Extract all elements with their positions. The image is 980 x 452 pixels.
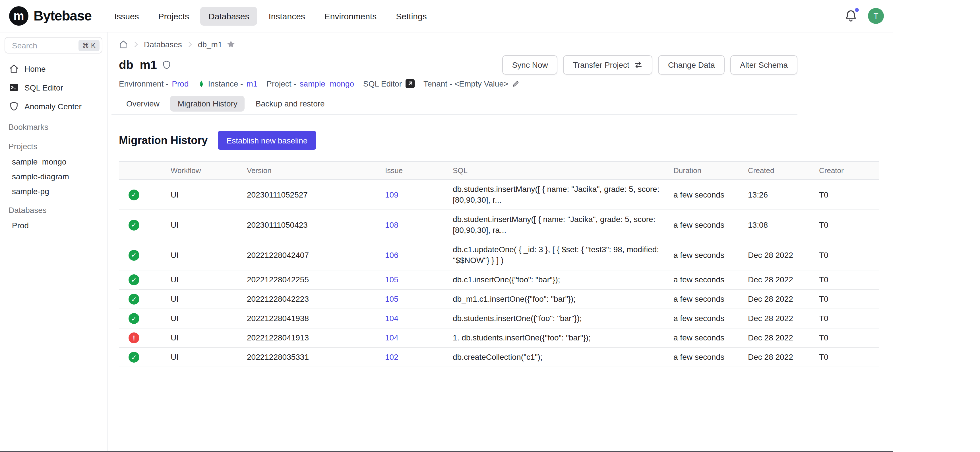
action-buttons: Sync Now Transfer Project Change Data Al… xyxy=(503,55,797,75)
creator-cell: T0 xyxy=(819,240,879,270)
issue-link[interactable]: 105 xyxy=(385,294,398,303)
table-row[interactable]: ✓ UI 20221228042223 105 db_m1.c1.insertO… xyxy=(119,289,879,309)
search-box: ⌘ K xyxy=(5,37,102,54)
success-icon: ✓ xyxy=(129,219,139,230)
creator-cell: T0 xyxy=(819,348,879,367)
version-cell: 20221228035331 xyxy=(247,348,385,367)
shield-icon xyxy=(8,101,19,111)
app-window: m Bytebase Issues Projects Databases Ins… xyxy=(0,0,893,452)
avatar-initial: T xyxy=(873,11,878,21)
table-row[interactable]: ✓ UI 20221228041938 104 db.students.inse… xyxy=(119,309,879,328)
user-avatar[interactable]: T xyxy=(868,8,884,24)
transfer-project-button[interactable]: Transfer Project xyxy=(563,55,653,75)
sql-cell: db.student.insertMany([ { name: "Jacika"… xyxy=(453,210,673,240)
table-row[interactable]: ✓ UI 20221228035331 102 db.createCollect… xyxy=(119,348,879,367)
issue-link[interactable]: 102 xyxy=(385,352,398,361)
nav-item-instances[interactable]: Instances xyxy=(261,6,313,26)
sidebar-database-prod[interactable]: Prod xyxy=(0,218,107,233)
success-icon: ✓ xyxy=(129,294,139,305)
sidebar-item-anomaly-center[interactable]: Anomaly Center xyxy=(0,97,107,115)
sql-cell: 1. db.students.insertOne({"foo": "bar"})… xyxy=(453,328,673,348)
version-cell: 20230111050423 xyxy=(247,210,385,240)
project-meta: Project - sample_mongo xyxy=(266,79,354,88)
alter-schema-button[interactable]: Alter Schema xyxy=(730,55,797,75)
issue-link[interactable]: 106 xyxy=(385,250,398,259)
created-cell: Dec 28 2022 xyxy=(748,348,819,367)
project-link[interactable]: sample_mongo xyxy=(300,79,354,88)
workflow-cell: UI xyxy=(171,270,247,289)
table-row[interactable]: ✓ UI 20230111052527 109 db.students.inse… xyxy=(119,180,879,210)
environment-link[interactable]: Prod xyxy=(172,79,189,88)
sidebar-item-home[interactable]: Home xyxy=(0,59,107,78)
creator-cell: T0 xyxy=(819,210,879,240)
table-row[interactable]: ✓ UI 20221228042407 106 db.c1.updateOne(… xyxy=(119,240,879,270)
sidebar-project-sample-mongo[interactable]: sample_mongo xyxy=(0,154,107,169)
page-title: db_m1 xyxy=(119,58,157,72)
section-title: Migration History xyxy=(119,134,208,147)
tab-bar: Overview Migration History Backup and re… xyxy=(119,96,797,112)
nav-item-databases[interactable]: Databases xyxy=(200,6,257,26)
home-icon[interactable] xyxy=(119,40,128,49)
column-header-duration: Duration xyxy=(673,161,748,180)
success-icon: ✓ xyxy=(129,250,139,260)
issue-link[interactable]: 108 xyxy=(385,220,398,229)
column-header-workflow: Workflow xyxy=(171,161,247,180)
success-icon: ✓ xyxy=(129,189,139,200)
nav-item-issues[interactable]: Issues xyxy=(107,6,147,26)
search-input[interactable] xyxy=(11,40,76,50)
issue-link[interactable]: 104 xyxy=(385,333,398,342)
breadcrumb-databases[interactable]: Databases xyxy=(144,40,182,49)
environment-meta: Environment - Prod xyxy=(119,79,189,88)
top-nav: m Bytebase Issues Projects Databases Ins… xyxy=(0,0,893,32)
table-row[interactable]: ✓ UI 20221228042255 105 db.c1.insertOne(… xyxy=(119,270,879,289)
topbar-right: T xyxy=(844,8,884,24)
column-header-sql: SQL xyxy=(453,161,673,180)
version-cell: 20230111052527 xyxy=(247,180,385,210)
issue-link[interactable]: 105 xyxy=(385,275,398,284)
instance-link[interactable]: m1 xyxy=(246,79,258,88)
notification-bell[interactable] xyxy=(844,9,858,23)
created-cell: Dec 28 2022 xyxy=(748,328,819,348)
version-cell: 20221228042223 xyxy=(247,289,385,309)
tab-migration-history[interactable]: Migration History xyxy=(170,96,245,112)
creator-cell: T0 xyxy=(819,289,879,309)
sidebar-section-bookmarks: Bookmarks xyxy=(0,118,107,135)
edit-pencil-icon[interactable] xyxy=(512,80,520,88)
issue-link[interactable]: 109 xyxy=(385,190,398,199)
creator-cell: T0 xyxy=(819,328,879,348)
creator-cell: T0 xyxy=(819,309,879,328)
migration-table-body: ✓ UI 20230111052527 109 db.students.inse… xyxy=(119,180,879,367)
nav-item-environments[interactable]: Environments xyxy=(317,6,385,26)
duration-cell: a few seconds xyxy=(673,289,748,309)
shield-icon xyxy=(162,60,171,69)
breadcrumb-current: db_m1 xyxy=(198,40,223,49)
sql-editor-link[interactable]: SQL Editor xyxy=(363,79,414,88)
table-row[interactable]: ! UI 20221228041913 104 1. db.students.i… xyxy=(119,328,879,348)
duration-cell: a few seconds xyxy=(673,210,748,240)
created-cell: Dec 28 2022 xyxy=(748,240,819,270)
success-icon: ✓ xyxy=(129,313,139,324)
sidebar-project-sample-pg[interactable]: sample-pg xyxy=(0,184,107,199)
created-cell: Dec 28 2022 xyxy=(748,289,819,309)
transfer-icon xyxy=(634,60,643,69)
sidebar: ⌘ K Home SQL Editor xyxy=(0,32,108,451)
database-meta: Environment - Prod Instance - m1 Project… xyxy=(119,79,797,88)
tab-overview[interactable]: Overview xyxy=(119,96,167,112)
sync-now-button[interactable]: Sync Now xyxy=(503,55,558,75)
sidebar-project-sample-diagram[interactable]: sample-diagram xyxy=(0,169,107,184)
keyboard-shortcut-badge: ⌘ K xyxy=(78,40,100,51)
title-row: db_m1 Sync Now Transfer Project Change D xyxy=(119,55,797,75)
bytebase-logo[interactable]: m Bytebase xyxy=(9,6,92,26)
main-nav: Issues Projects Databases Instances Envi… xyxy=(107,6,435,26)
change-data-button[interactable]: Change Data xyxy=(659,55,725,75)
establish-baseline-button[interactable]: Establish new baseline xyxy=(218,131,316,150)
issue-link[interactable]: 104 xyxy=(385,314,398,323)
nav-item-projects[interactable]: Projects xyxy=(150,6,197,26)
success-icon: ✓ xyxy=(129,275,139,285)
star-icon[interactable] xyxy=(226,40,235,49)
table-row[interactable]: ✓ UI 20230111050423 108 db.student.inser… xyxy=(119,210,879,240)
duration-cell: a few seconds xyxy=(673,328,748,348)
sidebar-item-sql-editor[interactable]: SQL Editor xyxy=(0,78,107,97)
nav-item-settings[interactable]: Settings xyxy=(388,6,434,26)
tab-backup-and-restore[interactable]: Backup and restore xyxy=(248,96,332,112)
